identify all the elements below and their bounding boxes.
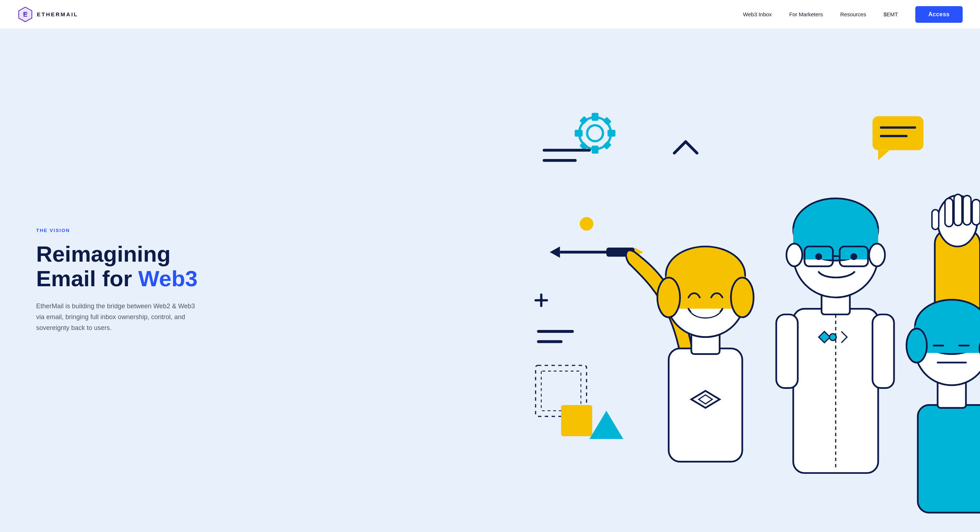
svg-point-56 xyxy=(850,253,857,260)
svg-marker-27 xyxy=(550,247,560,258)
svg-rect-10 xyxy=(603,117,611,126)
hero-title: Reimagining Email for Web3 xyxy=(36,242,447,291)
svg-rect-62 xyxy=(954,194,962,226)
svg-text:E: E xyxy=(23,11,27,18)
hero-left: THE VISION Reimagining Email for Web3 Et… xyxy=(0,29,471,532)
yellow-square-decoration xyxy=(561,405,592,436)
svg-rect-58 xyxy=(872,314,894,388)
svg-rect-64 xyxy=(972,199,980,225)
svg-rect-66 xyxy=(918,405,980,513)
svg-line-20 xyxy=(674,142,686,153)
svg-point-40 xyxy=(731,277,754,317)
svg-point-51 xyxy=(869,244,885,266)
nav-link-resources[interactable]: Resources xyxy=(840,11,866,18)
svg-rect-12 xyxy=(603,141,611,150)
navbar: E ETHERMAIL Web3 Inbox For Marketers Res… xyxy=(0,0,980,29)
svg-rect-57 xyxy=(776,314,798,388)
svg-rect-6 xyxy=(592,113,598,121)
svg-point-39 xyxy=(657,277,680,317)
svg-point-45 xyxy=(829,334,836,341)
svg-rect-11 xyxy=(579,116,588,125)
angle-marks xyxy=(674,142,697,153)
logo-icon: E xyxy=(18,6,33,22)
svg-point-50 xyxy=(786,244,802,266)
nav-link-emt[interactable]: $EMT xyxy=(883,11,898,18)
gear-decoration xyxy=(574,113,616,154)
hero-title-highlight: Web3 xyxy=(138,266,198,291)
right-man-character xyxy=(776,198,894,473)
svg-rect-14 xyxy=(872,116,923,150)
svg-rect-61 xyxy=(945,198,953,226)
svg-rect-65 xyxy=(932,210,939,229)
svg-rect-8 xyxy=(608,130,616,137)
nav-link-web3-inbox[interactable]: Web3 Inbox xyxy=(743,11,772,18)
svg-marker-15 xyxy=(878,150,889,161)
center-character xyxy=(626,247,753,462)
svg-rect-49 xyxy=(793,228,878,260)
access-button[interactable]: Access xyxy=(915,6,963,23)
yellow-dot-decoration xyxy=(580,217,593,231)
far-right-character xyxy=(906,194,980,513)
svg-point-5 xyxy=(587,126,603,141)
hero-eyebrow: THE VISION xyxy=(36,228,447,233)
svg-point-71 xyxy=(906,328,926,363)
cross-decoration xyxy=(536,295,547,306)
logo-text: ETHERMAIL xyxy=(37,11,78,18)
hero-illustration xyxy=(471,29,980,532)
svg-rect-9 xyxy=(574,130,582,137)
logo[interactable]: E ETHERMAIL xyxy=(18,6,78,22)
hero-section: THE VISION Reimagining Email for Web3 Et… xyxy=(0,29,980,532)
nav-link-for-marketers[interactable]: For Marketers xyxy=(789,11,823,18)
hero-title-part1: Reimagining xyxy=(36,241,170,266)
hero-svg xyxy=(471,29,980,532)
nav-links: Web3 Inbox For Marketers Resources $EMT … xyxy=(743,6,963,23)
svg-rect-7 xyxy=(592,146,598,154)
lines-decoration-top xyxy=(544,150,589,161)
cyan-triangle-decoration xyxy=(589,411,623,439)
svg-rect-32 xyxy=(668,349,742,462)
chat-bubble-decoration xyxy=(872,116,923,161)
lines-decoration-mid xyxy=(538,331,573,341)
svg-point-55 xyxy=(815,253,822,260)
hero-description: EtherMail is building the bridge between… xyxy=(36,301,202,333)
hero-title-part2: Email for xyxy=(36,266,138,291)
svg-line-21 xyxy=(686,142,697,153)
svg-rect-63 xyxy=(963,196,971,225)
svg-rect-31 xyxy=(541,371,581,411)
